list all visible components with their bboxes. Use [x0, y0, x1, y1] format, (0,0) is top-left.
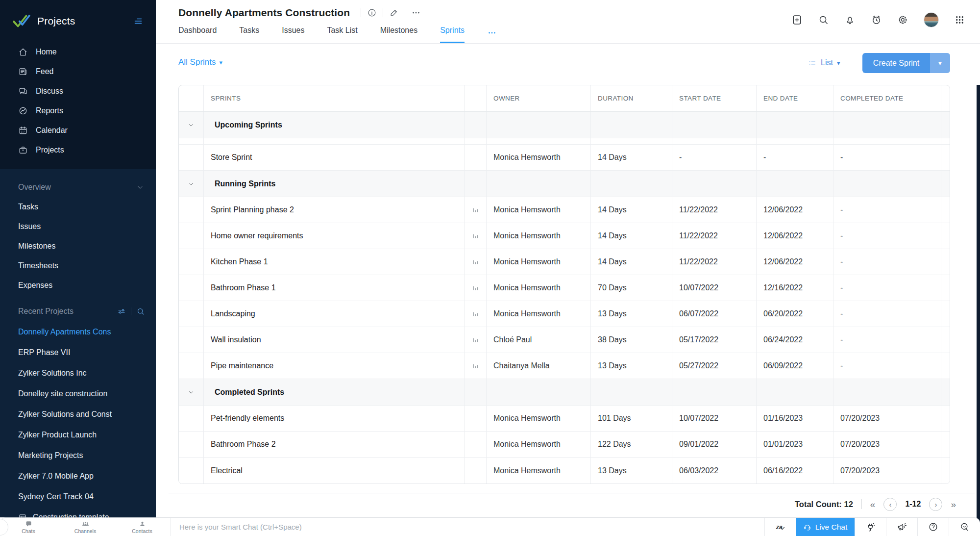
project-tab[interactable]: Milestones — [380, 26, 417, 43]
sprint-name[interactable]: Pipe maintenance — [204, 353, 465, 379]
mini-bar-chart-icon[interactable] — [472, 362, 479, 370]
edit-project-icon[interactable] — [389, 8, 399, 18]
sprint-name[interactable]: Home owner requirements — [204, 223, 465, 249]
view-selector[interactable]: List ▾ — [808, 56, 840, 70]
project-info-icon[interactable] — [367, 8, 377, 18]
sprint-row[interactable]: Electrical Monica Hemsworth 13 Days 06/0… — [179, 458, 950, 484]
previous-page-icon[interactable]: ‹ — [883, 498, 897, 511]
chat-tab[interactable]: Channels — [57, 518, 114, 536]
filter-sliders-icon[interactable] — [117, 307, 126, 316]
help-icon[interactable] — [928, 522, 938, 532]
create-sprint-button[interactable]: Create Sprint ▼ — [862, 53, 950, 73]
settings-icon[interactable] — [897, 14, 908, 26]
sidebar-nav-item[interactable]: Reports — [0, 101, 156, 121]
table-header-cell[interactable] — [941, 85, 950, 111]
live-chat-button[interactable]: Live Chat — [796, 518, 855, 536]
recent-project-item[interactable]: Construction template — [0, 507, 156, 517]
next-page-icon[interactable]: › — [929, 498, 942, 511]
sprint-name[interactable]: Electrical — [204, 458, 465, 484]
sprint-row[interactable]: Pipe maintenance Chaitanya Mella 13 Days… — [179, 353, 950, 379]
project-menu-item[interactable]: Overview — [0, 178, 156, 197]
recent-search-icon[interactable] — [136, 307, 145, 316]
sprint-filter-dropdown[interactable]: All Sprints ▾ — [178, 55, 222, 70]
recent-project-item[interactable]: Zylker Product Launch — [0, 425, 156, 445]
megaphone-icon[interactable] — [897, 522, 907, 532]
chat-tab[interactable]: Contacts — [114, 518, 171, 536]
translate-cell[interactable]: za — [764, 518, 796, 536]
apps-grid-icon[interactable] — [954, 14, 965, 26]
sprint-group-row[interactable]: Completed Sprints — [179, 379, 950, 406]
project-tab[interactable]: Issues — [282, 26, 304, 43]
table-header-cell[interactable]: COMPLETED DATE — [833, 85, 941, 111]
global-search-icon[interactable] — [818, 14, 829, 26]
create-sprint-label[interactable]: Create Sprint — [862, 53, 930, 73]
project-tab[interactable]: Task List — [327, 26, 357, 43]
collapse-group-icon[interactable] — [188, 180, 195, 187]
integrations-cell[interactable] — [855, 518, 886, 536]
sidebar-nav-item[interactable]: Home — [0, 42, 156, 62]
sprint-row[interactable]: Store Sprint Monica Hemsworth 14 Days - … — [179, 145, 950, 171]
translate-icon[interactable]: za — [775, 522, 785, 532]
sprint-row[interactable]: Sprint Planning phase 2 Monica Hemsworth… — [179, 197, 950, 223]
more-tabs-icon[interactable] — [487, 28, 497, 38]
table-header-cell[interactable]: END DATE — [757, 85, 833, 111]
sprint-row[interactable]: Bathroom Phase 1 Monica Hemsworth 70 Day… — [179, 275, 950, 301]
sidebar-nav-item[interactable]: Feed — [0, 62, 156, 81]
sprint-name[interactable]: Bathroom Phase 2 — [204, 432, 465, 457]
project-tab[interactable]: Sprints — [440, 26, 465, 43]
mini-bar-chart-icon[interactable] — [472, 258, 479, 266]
recent-project-item[interactable]: Marketing Projects — [0, 445, 156, 466]
project-menu-item[interactable]: Tasks — [0, 197, 156, 217]
table-header-cell[interactable]: START DATE — [672, 85, 757, 111]
project-menu-item[interactable]: Expenses — [0, 276, 156, 295]
zia-cell[interactable] — [949, 518, 980, 536]
sprint-name[interactable]: Pet-friendly elements — [204, 406, 465, 431]
create-sprint-dropdown[interactable]: ▼ — [930, 53, 950, 73]
chevron-down-icon[interactable] — [136, 183, 144, 191]
first-page-icon[interactable]: « — [870, 500, 876, 509]
project-tab[interactable]: Tasks — [239, 26, 259, 43]
chat-tab[interactable]: Chats — [0, 518, 57, 536]
sprint-row[interactable]: Kitchen Phase 1 Monica Hemsworth 14 Days… — [179, 249, 950, 275]
collapse-group-icon[interactable] — [188, 389, 195, 396]
sprint-row[interactable]: Pet-friendly elements Monica Hemsworth 1… — [179, 406, 950, 432]
more-actions-icon[interactable] — [411, 8, 421, 18]
mini-bar-chart-icon[interactable] — [472, 232, 479, 240]
sprint-row[interactable]: Landscaping Monica Hemsworth 13 Days 06/… — [179, 301, 950, 327]
mini-bar-chart-icon[interactable] — [472, 206, 479, 214]
project-menu-item[interactable]: Issues — [0, 217, 156, 236]
recent-project-item[interactable]: Zylker Solutions Inc — [0, 363, 156, 383]
sprint-group-row[interactable]: Upcoming Sprints — [179, 112, 950, 138]
sidebar-nav-item[interactable]: Calendar — [0, 121, 156, 140]
sprint-row[interactable]: Home owner requirements Monica Hemsworth… — [179, 223, 950, 249]
plug-icon[interactable] — [865, 522, 876, 532]
zia-search-icon[interactable] — [959, 522, 970, 532]
user-avatar[interactable] — [924, 12, 939, 27]
table-header-cell[interactable] — [465, 85, 487, 111]
sprint-group-row[interactable]: Running Sprints — [179, 171, 950, 197]
table-header-cell[interactable]: DURATION — [591, 85, 672, 111]
table-header-cell[interactable]: OWNER — [487, 85, 591, 111]
last-page-icon[interactable]: » — [951, 500, 956, 509]
table-header-cell[interactable] — [179, 85, 204, 111]
sidebar-toggle-icon[interactable] — [132, 15, 144, 27]
project-menu-item[interactable]: Milestones — [0, 236, 156, 256]
mini-bar-chart-icon[interactable] — [472, 284, 479, 292]
table-header-cell[interactable]: SPRINTS — [204, 85, 465, 111]
sprint-name[interactable]: Store Sprint — [204, 145, 465, 170]
timer-icon[interactable] — [871, 14, 882, 26]
sprint-name[interactable]: Landscaping — [204, 301, 465, 327]
recent-project-item[interactable]: Sydney Cert Track 04 — [0, 486, 156, 507]
sprint-name[interactable]: Wall insulation — [204, 327, 465, 353]
recent-project-item[interactable]: Donnelly Apartments Cons — [0, 322, 156, 342]
recent-project-item[interactable]: Zylker 7.0 Mobile App — [0, 466, 156, 486]
project-menu-item[interactable]: Timesheets — [0, 256, 156, 276]
notifications-icon[interactable] — [844, 14, 856, 26]
mini-bar-chart-icon[interactable] — [472, 336, 479, 344]
sprint-row[interactable]: Wall insulation Chloé Paul 38 Days 05/17… — [179, 327, 950, 353]
mini-bar-chart-icon[interactable] — [472, 310, 479, 318]
announcements-cell[interactable] — [886, 518, 917, 536]
sprint-name[interactable]: Kitchen Phase 1 — [204, 249, 465, 275]
help-cell[interactable] — [917, 518, 949, 536]
sidebar-nav-item[interactable]: Projects — [0, 140, 156, 160]
